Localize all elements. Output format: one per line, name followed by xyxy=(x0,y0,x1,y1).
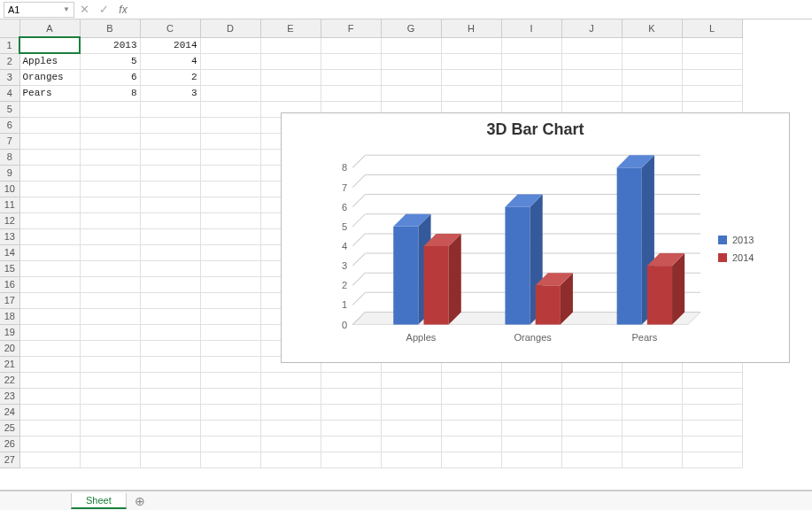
cell-J23[interactable] xyxy=(561,388,622,404)
cell-G26[interactable] xyxy=(381,436,441,452)
row-head-25[interactable]: 25 xyxy=(0,420,19,436)
cell-D15[interactable] xyxy=(200,260,260,276)
cell-A1[interactable] xyxy=(19,37,80,53)
cell-A20[interactable] xyxy=(19,340,80,356)
cell-I23[interactable] xyxy=(501,388,561,404)
row-head-10[interactable]: 10 xyxy=(0,181,19,197)
cell-L23[interactable] xyxy=(682,388,742,404)
cell-A15[interactable] xyxy=(19,260,80,276)
cell-K25[interactable] xyxy=(622,420,682,436)
cell-F24[interactable] xyxy=(321,404,381,420)
cell-D2[interactable] xyxy=(200,53,260,69)
col-head-G[interactable]: G xyxy=(381,19,441,37)
cell-B3[interactable]: 6 xyxy=(80,69,140,85)
cell-D12[interactable] xyxy=(200,212,260,228)
row-head-13[interactable]: 13 xyxy=(0,228,19,244)
cell-L22[interactable] xyxy=(682,372,742,388)
cell-D18[interactable] xyxy=(200,308,260,324)
cell-J22[interactable] xyxy=(561,372,622,388)
row-head-19[interactable]: 19 xyxy=(0,324,19,340)
cell-H23[interactable] xyxy=(441,388,501,404)
cell-D10[interactable] xyxy=(200,181,260,197)
name-box[interactable]: A1 ▼ xyxy=(4,2,74,18)
cell-E23[interactable] xyxy=(260,388,321,404)
cell-F27[interactable] xyxy=(321,452,381,468)
cell-I27[interactable] xyxy=(501,452,561,468)
cell-A14[interactable] xyxy=(19,244,80,260)
cell-E25[interactable] xyxy=(260,420,321,436)
cell-K27[interactable] xyxy=(622,452,682,468)
cell-J3[interactable] xyxy=(561,69,622,85)
row-head-3[interactable]: 3 xyxy=(0,69,19,85)
cell-D23[interactable] xyxy=(200,388,260,404)
cell-A10[interactable] xyxy=(19,181,80,197)
cell-F26[interactable] xyxy=(321,436,381,452)
cell-H24[interactable] xyxy=(441,404,501,420)
cell-D26[interactable] xyxy=(200,436,260,452)
col-head-J[interactable]: J xyxy=(561,19,622,37)
add-sheet-button[interactable]: ⊕ xyxy=(127,494,153,508)
cell-E22[interactable] xyxy=(260,372,321,388)
cell-G23[interactable] xyxy=(381,388,441,404)
row-head-17[interactable]: 17 xyxy=(0,292,19,308)
cell-A7[interactable] xyxy=(19,133,80,149)
cell-J27[interactable] xyxy=(561,452,622,468)
row-head-2[interactable]: 2 xyxy=(0,53,19,69)
cell-C18[interactable] xyxy=(140,308,200,324)
col-head-B[interactable]: B xyxy=(80,19,140,37)
cell-E4[interactable] xyxy=(260,85,321,101)
cell-B6[interactable] xyxy=(80,117,140,133)
cell-B19[interactable] xyxy=(80,324,140,340)
cell-J24[interactable] xyxy=(561,404,622,420)
cell-D3[interactable] xyxy=(200,69,260,85)
cell-D9[interactable] xyxy=(200,165,260,181)
cell-C2[interactable]: 4 xyxy=(140,53,200,69)
cell-D24[interactable] xyxy=(200,404,260,420)
cell-G1[interactable] xyxy=(381,37,441,53)
cell-J1[interactable] xyxy=(561,37,622,53)
col-head-H[interactable]: H xyxy=(441,19,501,37)
cell-A6[interactable] xyxy=(19,117,80,133)
col-head-C[interactable]: C xyxy=(140,19,200,37)
cell-D13[interactable] xyxy=(200,228,260,244)
cell-C17[interactable] xyxy=(140,292,200,308)
cell-B20[interactable] xyxy=(80,340,140,356)
cell-A16[interactable] xyxy=(19,276,80,292)
cell-F23[interactable] xyxy=(321,388,381,404)
cell-B11[interactable] xyxy=(80,197,140,212)
cell-I1[interactable] xyxy=(501,37,561,53)
col-head-E[interactable]: E xyxy=(260,19,321,37)
cell-K22[interactable] xyxy=(622,372,682,388)
cell-L2[interactable] xyxy=(682,53,742,69)
cell-F25[interactable] xyxy=(321,420,381,436)
cell-B21[interactable] xyxy=(80,356,140,372)
cell-C4[interactable]: 3 xyxy=(140,85,200,101)
cell-E3[interactable] xyxy=(260,69,321,85)
cell-B8[interactable] xyxy=(80,149,140,165)
cell-C19[interactable] xyxy=(140,324,200,340)
cell-A25[interactable] xyxy=(19,420,80,436)
row-head-8[interactable]: 8 xyxy=(0,149,19,165)
cell-K26[interactable] xyxy=(622,436,682,452)
cell-F1[interactable] xyxy=(321,37,381,53)
cell-G25[interactable] xyxy=(381,420,441,436)
cell-H3[interactable] xyxy=(441,69,501,85)
cell-D21[interactable] xyxy=(200,356,260,372)
cell-C6[interactable] xyxy=(140,117,200,133)
cell-C5[interactable] xyxy=(140,101,200,117)
cell-C12[interactable] xyxy=(140,212,200,228)
cell-L27[interactable] xyxy=(682,452,742,468)
cell-K4[interactable] xyxy=(622,85,682,101)
cell-L26[interactable] xyxy=(682,436,742,452)
cell-D8[interactable] xyxy=(200,149,260,165)
cell-C25[interactable] xyxy=(140,420,200,436)
cell-D7[interactable] xyxy=(200,133,260,149)
row-head-14[interactable]: 14 xyxy=(0,244,19,260)
cell-B23[interactable] xyxy=(80,388,140,404)
cell-J26[interactable] xyxy=(561,436,622,452)
cell-D27[interactable] xyxy=(200,452,260,468)
row-head-15[interactable]: 15 xyxy=(0,260,19,276)
cell-A27[interactable] xyxy=(19,452,80,468)
cell-K3[interactable] xyxy=(622,69,682,85)
cell-E26[interactable] xyxy=(260,436,321,452)
